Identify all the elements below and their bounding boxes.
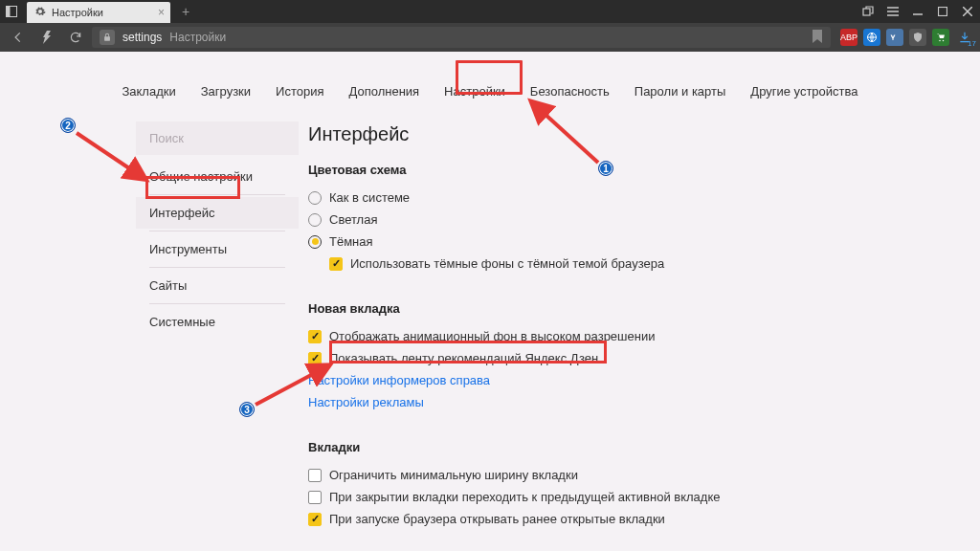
nav-settings[interactable]: Настройки xyxy=(440,78,509,104)
color-scheme-dark[interactable]: Тёмная xyxy=(308,231,844,253)
color-scheme-light[interactable]: Светлая xyxy=(308,209,844,231)
downloads-icon[interactable]: 17 xyxy=(955,29,974,46)
sidebar-search[interactable]: Поиск xyxy=(136,121,299,155)
extension-shield-icon[interactable] xyxy=(909,29,926,46)
bookmark-icon[interactable] xyxy=(812,30,823,46)
window-titlebar: Настройки × + xyxy=(0,0,980,23)
svg-rect-2 xyxy=(863,9,870,15)
extension-vk-icon[interactable] xyxy=(886,29,903,46)
nav-passwords[interactable]: Пароли и карты xyxy=(631,78,730,104)
sidebar-toggle-icon[interactable] xyxy=(0,0,23,23)
address-bar[interactable]: settings Настройки xyxy=(92,27,831,48)
close-tab-icon[interactable]: × xyxy=(158,6,165,19)
radio-icon xyxy=(308,191,322,205)
checkbox-checked-icon xyxy=(308,330,322,343)
checkbox-checked-icon xyxy=(308,352,322,365)
maximize-icon[interactable] xyxy=(930,0,955,23)
back-icon[interactable] xyxy=(6,25,31,50)
annotation-badge-3: 3 xyxy=(239,402,255,417)
sidebar-item-tools[interactable]: Инструменты xyxy=(136,233,299,265)
nav-history[interactable]: История xyxy=(272,78,327,104)
new-tab-zen[interactable]: Показывать ленту рекомендаций Яндекс.Дзе… xyxy=(308,347,844,369)
settings-sidebar: Поиск Общие настройки Интерфейс Инструме… xyxy=(136,121,299,530)
extension-cart-icon[interactable] xyxy=(932,29,949,46)
browser-toolbar: settings Настройки ABP 17 xyxy=(0,23,980,52)
page-heading: Интерфейс xyxy=(308,123,844,145)
minimize-icon[interactable] xyxy=(905,0,930,23)
checkbox-icon xyxy=(308,491,322,504)
checkbox-checked-icon xyxy=(329,257,343,271)
annotation-badge-2: 2 xyxy=(60,118,76,133)
new-tab-hi-res[interactable]: Отображать анимационный фон в высоком ра… xyxy=(308,325,844,347)
svg-rect-7 xyxy=(939,8,947,16)
radio-checked-icon xyxy=(308,235,322,249)
downloads-count: 17 xyxy=(968,39,976,48)
sidebar-item-sites[interactable]: Сайты xyxy=(136,270,299,301)
extension-abp-icon[interactable]: ABP xyxy=(840,29,858,46)
browser-tab[interactable]: Настройки × xyxy=(27,2,170,23)
tabs-min-width[interactable]: Ограничить минимальную ширину вкладки xyxy=(308,464,844,486)
sidebar-item-general[interactable]: Общие настройки xyxy=(136,161,299,192)
settings-main: Интерфейс Цветовая схема Как в системе С… xyxy=(308,121,844,530)
color-scheme-system[interactable]: Как в системе xyxy=(308,187,844,209)
checkbox-checked-icon xyxy=(308,513,322,526)
yandex-home-icon[interactable] xyxy=(34,25,59,50)
tabs-restore[interactable]: При запуске браузера открывать ранее отк… xyxy=(308,508,844,530)
settings-page: Закладки Загрузки История Дополнения Нас… xyxy=(0,52,980,551)
site-info-icon[interactable] xyxy=(100,30,115,45)
section-tabs-title: Вкладки xyxy=(308,440,844,454)
svg-rect-1 xyxy=(7,7,11,17)
extension-globe-icon[interactable] xyxy=(863,29,880,46)
nav-addons[interactable]: Дополнения xyxy=(345,78,423,104)
sidebar-item-interface[interactable]: Интерфейс xyxy=(136,197,299,229)
reload-icon[interactable] xyxy=(63,25,88,50)
gear-icon xyxy=(34,6,46,19)
settings-nav-tabs: Закладки Загрузки История Дополнения Нас… xyxy=(0,52,980,104)
tabs-prev-active[interactable]: При закрытии вкладки переходить к предыд… xyxy=(308,486,844,508)
ads-link[interactable]: Настройки рекламы xyxy=(308,391,844,413)
nav-downloads[interactable]: Загрузки xyxy=(197,78,255,104)
address-prefix: settings xyxy=(122,31,162,44)
nav-security[interactable]: Безопасность xyxy=(526,78,613,104)
annotation-badge-1: 1 xyxy=(598,161,613,176)
tab-title: Настройки xyxy=(52,7,103,18)
nav-bookmarks[interactable]: Закладки xyxy=(118,78,179,104)
svg-point-12 xyxy=(943,40,945,42)
close-window-icon[interactable] xyxy=(955,0,980,23)
svg-point-11 xyxy=(939,40,941,42)
sidebar-item-system[interactable]: Системные xyxy=(136,306,299,338)
extensions-row: ABP 17 xyxy=(835,29,974,46)
menu-icon[interactable] xyxy=(880,0,905,23)
radio-icon xyxy=(308,213,322,227)
address-path: Настройки xyxy=(169,31,226,44)
section-color-scheme-title: Цветовая схема xyxy=(308,163,844,177)
checkbox-icon xyxy=(308,469,322,482)
informers-link[interactable]: Настройки информеров справа xyxy=(308,369,844,391)
dark-bg-option[interactable]: Использовать тёмные фоны с тёмной темой … xyxy=(308,253,844,275)
section-new-tab-title: Новая вкладка xyxy=(308,301,844,316)
new-tab-button[interactable]: + xyxy=(174,4,197,19)
copy-window-icon[interactable] xyxy=(856,0,880,23)
nav-other-devices[interactable]: Другие устройства xyxy=(746,78,861,104)
